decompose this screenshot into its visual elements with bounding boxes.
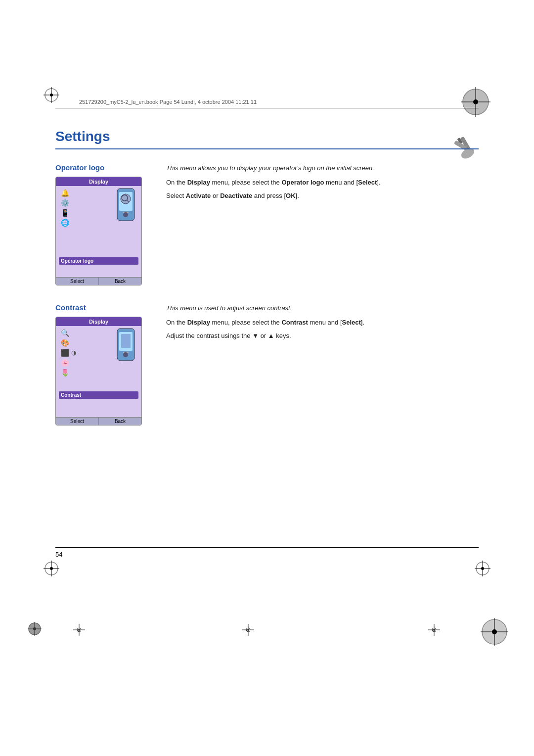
svg-point-35: [33, 627, 36, 630]
section-operator-logo: Operator logo Display 🔔 ⚙️ 📱: [55, 163, 479, 285]
contrast-screen-body: 🔍 🎨 ⬛ ◑ 🌸: [56, 326, 141, 401]
svg-point-43: [247, 629, 249, 631]
phone-illustration-2: [112, 326, 139, 370]
contrast-highlighted: Contrast: [59, 391, 138, 399]
reg-mark-bottom-row-4: [428, 624, 440, 637]
section-right-operator-logo: This menu allows you to display your ope…: [166, 163, 479, 285]
page: 251729200_myC5-2_lu_en.book Page 54 Lund…: [0, 0, 534, 756]
section-left-contrast: Contrast Display 🔍 🎨 ⬛ ◑: [55, 303, 154, 425]
header-line: [55, 108, 479, 108]
svg-point-31: [481, 567, 484, 570]
title-underline: [55, 148, 479, 149]
operator-logo-phone-screen: Display 🔔 ⚙️ 📱 🌐: [55, 177, 142, 285]
page-footer: 54: [55, 547, 479, 558]
phone-illustration-1: [112, 186, 139, 230]
svg-point-47: [433, 629, 435, 631]
contrast-desc-1: On the Display menu, please select the C…: [166, 318, 479, 328]
reg-mark-bottom-right: [475, 561, 490, 578]
contrast-desc-2: Adjust the contrast usings the ▼ or ▲ ke…: [166, 331, 479, 341]
contrast-phone-screen: Display 🔍 🎨 ⬛ ◑ 🌸: [55, 317, 142, 425]
reg-mark-top-left: [44, 87, 59, 104]
operator-logo-screen-title: Display: [56, 177, 141, 186]
footer-line: [55, 547, 479, 548]
section-left-operator-logo: Operator logo Display 🔔 ⚙️ 📱: [55, 163, 154, 285]
reg-mark-bottom-row-2: [73, 624, 85, 637]
content-area: Settings Operator logo Display 🔔 ⚙️: [55, 129, 479, 443]
svg-point-39: [78, 629, 80, 631]
svg-point-27: [50, 567, 53, 570]
operator-logo-desc-1: On the Display menu, please select the O…: [166, 178, 479, 188]
operator-logo-highlighted: Operator logo: [59, 257, 138, 265]
contrast-footer: Select Back: [56, 417, 141, 425]
operator-logo-screen-body: 🔔 ⚙️ 📱 🌐: [56, 186, 141, 267]
svg-point-7: [473, 99, 478, 104]
reg-mark-bottom-row-5: [481, 618, 508, 647]
reg-mark-bottom-left: [44, 561, 59, 578]
svg-point-3: [50, 94, 53, 96]
reg-mark-bottom-row-3: [242, 624, 254, 637]
page-number: 54: [55, 551, 479, 558]
svg-point-51: [492, 629, 497, 634]
operator-logo-heading: Operator logo: [55, 163, 154, 172]
svg-rect-23: [121, 334, 131, 348]
reg-mark-top-right: [461, 87, 490, 118]
contrast-screen-title: Display: [56, 317, 141, 326]
operator-logo-desc-italic: This menu allows you to display your ope…: [166, 163, 479, 173]
reg-mark-bottom-row-1: [28, 622, 42, 637]
operator-logo-back-btn[interactable]: Back: [99, 278, 141, 285]
operator-logo-select-btn[interactable]: Select: [56, 278, 99, 285]
svg-point-15: [123, 212, 128, 217]
svg-point-22: [123, 352, 128, 357]
section-right-contrast: This menu is used to adjust screen contr…: [166, 303, 479, 425]
header-file-info: 251729200_myC5-2_lu_en.book Page 54 Lund…: [79, 99, 257, 105]
contrast-select-btn[interactable]: Select: [56, 418, 99, 425]
operator-logo-desc-2: Select Activate or Deactivate and press …: [166, 191, 479, 201]
contrast-back-btn[interactable]: Back: [99, 418, 141, 425]
operator-logo-footer: Select Back: [56, 277, 141, 285]
contrast-desc-italic: This menu is used to adjust screen contr…: [166, 303, 479, 313]
section-contrast: Contrast Display 🔍 🎨 ⬛ ◑: [55, 303, 479, 425]
contrast-heading: Contrast: [55, 303, 154, 312]
page-title: Settings: [55, 129, 479, 144]
